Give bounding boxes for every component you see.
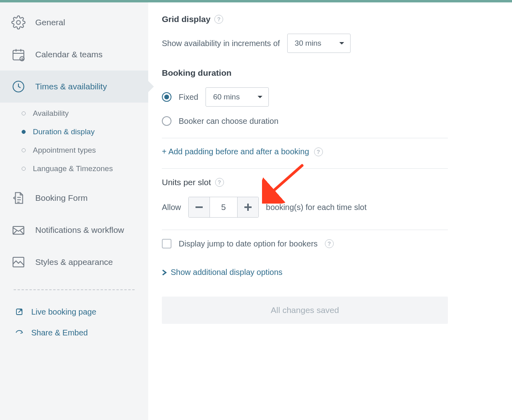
sidebar-divider <box>14 289 135 290</box>
increments-label: Show availability in increments of <box>162 39 280 48</box>
fixed-duration-value: 60 mins <box>213 93 240 101</box>
sidebar-item-calendar-teams[interactable]: Calendar & teams <box>0 38 148 71</box>
show-additional-options-link[interactable]: Show additional display options <box>162 268 282 277</box>
section-divider <box>162 230 448 230</box>
sidebar-sub-label: Availability <box>33 109 69 118</box>
sidebar-item-styles-appearance[interactable]: Styles & appearance <box>0 246 148 278</box>
units-per-slot-title-text: Units per slot <box>162 178 211 187</box>
sidebar-item-general[interactable]: General <box>0 6 148 38</box>
help-icon[interactable]: ? <box>215 178 224 187</box>
save-status-text: All changes saved <box>271 305 339 315</box>
sidebar-sub-availability[interactable]: Availability <box>19 104 148 123</box>
fixed-duration-radio[interactable] <box>162 92 171 102</box>
add-padding-link[interactable]: + Add padding before and after a booking <box>162 147 309 156</box>
sidebar-sub-label: Appointment types <box>33 146 96 155</box>
save-status-bar: All changes saved <box>162 297 448 324</box>
stepper-value[interactable]: 5 <box>210 197 238 217</box>
sidebar-item-label: Notifications & workflow <box>35 225 124 235</box>
help-icon[interactable]: ? <box>214 15 223 24</box>
units-allow-label: Allow <box>162 203 181 212</box>
sidebar-sub-language-timezones[interactable]: Language & Timezones <box>19 160 148 178</box>
help-icon[interactable]: ? <box>325 239 334 248</box>
clock-icon <box>11 79 26 94</box>
booker-choose-duration-label: Booker can choose duration <box>179 117 278 126</box>
sub-bullet-icon <box>22 148 26 152</box>
booking-duration-title: Booking duration <box>162 68 448 78</box>
sidebar-item-label: Calendar & teams <box>35 50 103 59</box>
caret-down-icon <box>257 93 263 101</box>
sidebar-item-notifications-workflow[interactable]: Notifications & workflow <box>0 214 148 246</box>
sidebar-item-times-availability[interactable]: Times & availability <box>0 71 148 103</box>
fixed-duration-select[interactable]: 60 mins <box>206 87 269 107</box>
sidebar-link-label: Share & Embed <box>31 328 88 337</box>
sidebar-item-label: Times & availability <box>35 82 107 91</box>
sidebar-item-label: General <box>35 18 65 27</box>
sidebar-sub-duration-display[interactable]: Duration & display <box>19 123 148 141</box>
booking-duration-title-text: Booking duration <box>162 68 232 78</box>
jump-to-date-label: Display jump to date option for bookers <box>179 239 318 248</box>
stepper-minus-button[interactable] <box>189 197 210 217</box>
styles-icon <box>11 255 26 269</box>
help-icon[interactable]: ? <box>314 147 323 156</box>
sidebar-sub-list: Availability Duration & display Appointm… <box>0 103 148 182</box>
show-additional-label: Show additional display options <box>171 268 282 277</box>
sub-bullet-icon <box>22 111 26 115</box>
section-divider <box>162 138 448 138</box>
form-icon <box>11 191 26 205</box>
increments-select-value: 30 mins <box>295 39 322 48</box>
sidebar-item-label: Booking Form <box>35 193 88 203</box>
sidebar-sub-label: Language & Timezones <box>33 164 113 173</box>
sidebar-sub-appointment-types[interactable]: Appointment types <box>19 141 148 160</box>
stepper-plus-button[interactable] <box>238 197 258 217</box>
jump-to-date-checkbox[interactable] <box>162 239 171 248</box>
sub-bullet-icon <box>22 130 26 134</box>
svg-point-0 <box>16 20 20 24</box>
share-embed-link[interactable]: Share & Embed <box>0 322 148 343</box>
section-divider <box>162 168 448 169</box>
sidebar-sub-label: Duration & display <box>33 127 95 136</box>
units-per-slot-title: Units per slot ? <box>162 178 448 187</box>
booker-choose-duration-radio[interactable] <box>162 116 171 126</box>
increments-select[interactable]: 30 mins <box>287 34 351 53</box>
sidebar-item-label: Styles & appearance <box>35 257 113 267</box>
fixed-duration-label: Fixed <box>179 93 198 102</box>
live-booking-page-link[interactable]: Live booking page <box>0 301 148 322</box>
sidebar-item-booking-form[interactable]: Booking Form <box>0 182 148 214</box>
gear-icon <box>11 15 26 30</box>
svg-rect-7 <box>196 206 203 208</box>
settings-sidebar: General Calendar & teams Times & availab… <box>0 2 148 420</box>
sidebar-link-label: Live booking page <box>31 307 96 317</box>
grid-display-title-text: Grid display <box>162 14 210 24</box>
envelope-icon <box>11 223 26 237</box>
grid-display-title: Grid display ? <box>162 14 448 24</box>
units-suffix-label: booking(s) for each time slot <box>266 203 367 212</box>
main-panel: Grid display ? Show availability in incr… <box>148 2 461 420</box>
units-per-slot-stepper: 5 <box>188 197 259 218</box>
svg-rect-9 <box>244 206 252 208</box>
sub-bullet-icon <box>22 167 26 171</box>
chevron-right-icon <box>162 269 167 276</box>
calendar-icon <box>11 47 26 62</box>
caret-down-icon <box>339 39 345 48</box>
